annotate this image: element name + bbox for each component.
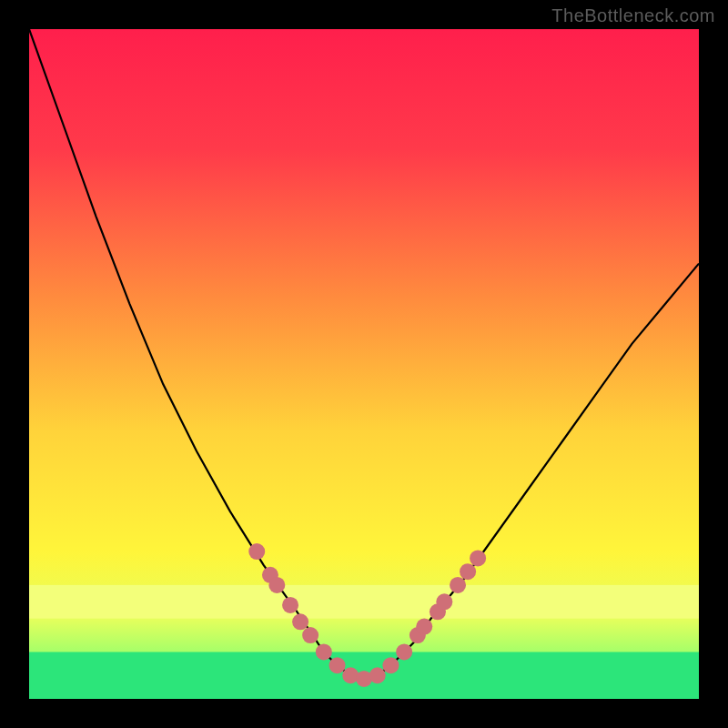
marker-point — [470, 550, 486, 566]
marker-point — [450, 577, 466, 593]
marker-point — [382, 657, 399, 673]
marker-point — [282, 597, 298, 613]
lime-band — [29, 585, 699, 619]
plot-area — [29, 29, 699, 699]
marker-point — [292, 613, 308, 630]
marker-point — [396, 643, 412, 660]
chart-frame: TheBottleneck.com — [0, 0, 728, 728]
chart-svg — [29, 29, 699, 699]
marker-point — [329, 657, 346, 673]
marker-point — [248, 543, 265, 560]
watermark-label: TheBottleneck.com — [551, 5, 715, 26]
marker-point — [416, 619, 432, 635]
marker-point — [436, 593, 452, 610]
marker-point — [369, 667, 386, 683]
marker-point — [460, 563, 476, 580]
marker-point — [316, 643, 332, 660]
marker-point — [302, 627, 318, 643]
marker-point — [268, 577, 285, 593]
